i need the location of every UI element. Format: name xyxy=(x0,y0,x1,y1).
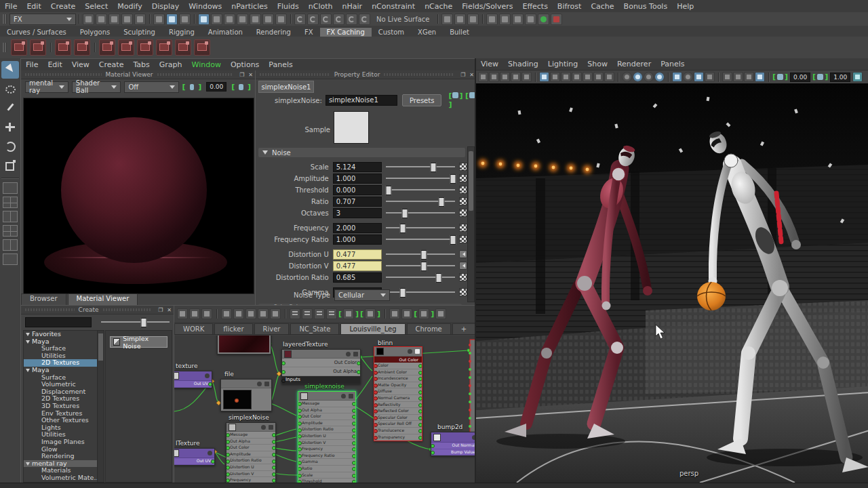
gpu-cache-icon[interactable] xyxy=(694,72,704,82)
select-tool[interactable] xyxy=(1,61,19,79)
graph-output-icon[interactable] xyxy=(233,308,244,319)
node-editor-tab[interactable]: River xyxy=(254,323,290,334)
snap-curves-icon-1[interactable] xyxy=(294,14,306,25)
tree-item[interactable]: 3D Textures xyxy=(24,403,97,410)
timeline-strip[interactable] xyxy=(0,483,868,488)
save-scene-icon[interactable] xyxy=(108,14,120,25)
node-port-row[interactable]: Out Color xyxy=(282,359,360,367)
shelf-tab[interactable]: Rendering xyxy=(250,28,298,37)
connection-icon[interactable] xyxy=(459,250,467,258)
graph-input-icon[interactable] xyxy=(221,308,232,319)
search-input[interactable] xyxy=(25,317,92,327)
node-port-row[interactable]: Out Alpha xyxy=(226,439,275,445)
node-port-row[interactable]: Translucence xyxy=(374,428,422,434)
camera-attributes-icon[interactable] xyxy=(478,72,488,82)
node-port-row[interactable]: Out UV xyxy=(174,381,212,388)
greasepencil-icon[interactable] xyxy=(705,72,715,82)
slider-handle[interactable] xyxy=(399,224,406,233)
snap-curve-icon[interactable] xyxy=(166,14,178,25)
slider-handle[interactable] xyxy=(140,318,146,327)
viewport-menu-item[interactable]: Panels xyxy=(656,60,689,68)
shelf-icon-8[interactable] xyxy=(156,39,172,56)
snap-plane-icon[interactable] xyxy=(198,14,210,25)
shelf-tab[interactable]: Animation xyxy=(201,28,250,37)
attribute-slider[interactable] xyxy=(386,178,455,179)
node-port-row[interactable]: Color xyxy=(374,363,422,369)
slider-handle[interactable] xyxy=(401,209,408,218)
connected-view-icon[interactable] xyxy=(302,308,313,319)
close-panel-icon[interactable]: ✕ xyxy=(246,72,255,78)
node-port-row[interactable]: Transparency xyxy=(374,434,422,441)
slider-handle[interactable] xyxy=(438,197,444,207)
connection-icon[interactable] xyxy=(459,186,467,194)
exposure-icon[interactable] xyxy=(777,74,783,80)
create-node-item[interactable]: Simplex Noise xyxy=(110,336,167,348)
node-port-row[interactable]: Amplitude xyxy=(226,451,275,458)
connection-icon[interactable] xyxy=(459,163,467,171)
viewport-menu-item[interactable]: Show xyxy=(583,60,612,68)
menu-item[interactable]: nCache xyxy=(420,2,457,11)
tree-item[interactable]: Maya xyxy=(24,367,97,374)
node-editor-tab[interactable]: NC_State xyxy=(290,323,339,334)
shelf-tab[interactable]: XGen xyxy=(411,28,443,37)
snap-grid-icon[interactable] xyxy=(153,14,165,25)
attribute-value-field[interactable]: 0.477 xyxy=(333,261,382,271)
snapshot-icon[interactable] xyxy=(435,308,446,319)
menu-item[interactable]: Bifrost xyxy=(553,2,587,11)
attribute-value-field[interactable]: 0.000 xyxy=(333,185,382,195)
connection-icon[interactable] xyxy=(459,262,467,270)
node-port-row[interactable]: Gamma xyxy=(298,459,355,466)
hypershade-layout-button[interactable] xyxy=(3,239,18,251)
material-render-view[interactable] xyxy=(23,98,254,294)
shelf-icon-9[interactable] xyxy=(175,39,191,56)
display-layer-icon-4[interactable] xyxy=(525,14,536,25)
shelf-tab[interactable]: Bullet xyxy=(443,28,476,37)
redo-icon[interactable] xyxy=(134,14,146,25)
slider-handle[interactable] xyxy=(430,163,436,172)
shelf-icon-10[interactable] xyxy=(194,39,210,56)
attribute-slider[interactable] xyxy=(386,277,455,278)
slider-handle[interactable] xyxy=(421,262,427,271)
shelf-icon-6[interactable] xyxy=(118,39,134,56)
attribute-value-field[interactable]: 1.000 xyxy=(333,235,382,245)
select-camera-icon[interactable] xyxy=(722,72,732,82)
full-view-icon[interactable] xyxy=(314,308,325,319)
file-thumbnail-node[interactable] xyxy=(217,336,271,354)
wireframe-icon[interactable] xyxy=(539,72,549,82)
node-port-row[interactable]: Distortion V xyxy=(298,440,355,447)
shaded-icon[interactable] xyxy=(550,72,560,82)
render-globe-icon[interactable] xyxy=(538,14,549,25)
node-out-color-row[interactable]: Out Color xyxy=(374,357,422,363)
grid-toggle-icon[interactable] xyxy=(389,308,400,319)
viewport-gamma-value[interactable]: 1.00 xyxy=(830,73,850,82)
help-input-icon[interactable] xyxy=(250,14,261,25)
node-port-row[interactable]: Distortion Ratio xyxy=(226,458,275,464)
gate-mask-icon[interactable] xyxy=(755,72,765,82)
connection-icon[interactable] xyxy=(459,174,467,182)
menu-item[interactable]: Modify xyxy=(113,2,146,11)
screen-space-ao-icon[interactable] xyxy=(593,72,604,82)
hypershade-menu-item[interactable]: Graph xyxy=(155,60,187,69)
presets-button[interactable]: Presets xyxy=(402,94,441,106)
paint-select-tool[interactable] xyxy=(1,99,19,117)
simplexnoise-selected-node[interactable]: MessageOut AlphaOut ColorAmplitudeDistor… xyxy=(298,391,356,484)
shelf-icon-3[interactable] xyxy=(55,39,71,56)
node-editor-tab[interactable]: WORK xyxy=(174,323,213,334)
menu-item[interactable]: Fields/Solvers xyxy=(457,2,517,11)
clear-graph-icon[interactable] xyxy=(258,308,269,319)
property-editor-scrollbar[interactable] xyxy=(467,146,475,302)
shelf-tab[interactable]: FX Caching xyxy=(320,28,372,37)
viewport-menu-item[interactable]: Shading xyxy=(503,60,543,68)
turntable-dropdown[interactable]: Off xyxy=(124,81,178,93)
isolate-select-icon[interactable] xyxy=(622,72,632,82)
color-management-icon[interactable] xyxy=(852,72,863,82)
rotate-tool[interactable] xyxy=(1,137,19,155)
menu-item[interactable]: nParticles xyxy=(226,2,272,11)
xray-joints-icon[interactable] xyxy=(644,72,654,82)
float-panel-icon[interactable]: ❐ xyxy=(237,72,246,78)
node-port-row[interactable]: Distortion U xyxy=(298,433,355,440)
node-port-row[interactable]: Frequency Ratio xyxy=(298,453,355,460)
menu-item[interactable]: Create xyxy=(46,2,81,11)
render-settings-icon[interactable] xyxy=(467,14,479,25)
node-port-row[interactable]: Incandescence xyxy=(374,375,422,382)
